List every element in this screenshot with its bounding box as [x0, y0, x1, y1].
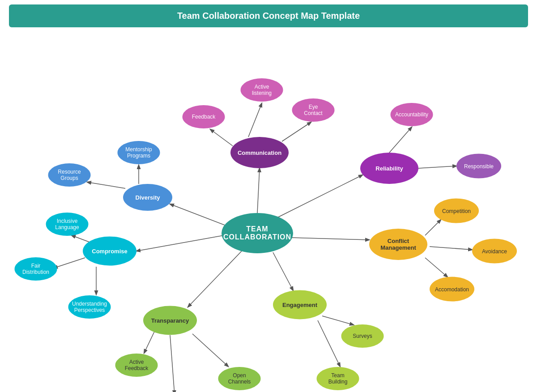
node-center: TEAM COLLABORATION [222, 213, 293, 253]
node-understanding: Understanding Perspectives [68, 295, 111, 319]
node-surveys: Surveys [341, 324, 384, 348]
node-transparency: Transparancy [143, 306, 197, 335]
svg-line-8 [210, 129, 233, 146]
node-competition: Competition [434, 199, 479, 223]
header: Team Collaboration Concept Map Template [9, 4, 528, 27]
svg-line-3 [136, 235, 224, 251]
svg-line-18 [430, 247, 472, 250]
node-active-feedback: Active Feedback [115, 354, 158, 377]
svg-line-15 [54, 258, 85, 268]
svg-line-10 [389, 127, 412, 153]
svg-line-0 [257, 168, 260, 213]
node-diversity: Diversity [123, 184, 172, 211]
node-team-building: Team Building [317, 367, 359, 390]
node-accommodation: Accomodation [430, 277, 474, 302]
svg-line-23 [322, 316, 354, 325]
node-engagement: Engagement [273, 290, 327, 320]
svg-line-2 [170, 204, 228, 226]
svg-line-11 [418, 166, 456, 168]
node-fair-distribution: Fair Distribution [15, 257, 57, 281]
svg-line-20 [144, 332, 154, 353]
node-mentorship: Mentorship Programs [118, 141, 160, 164]
svg-line-4 [291, 238, 369, 240]
node-eye-contact: Eye Contact [292, 98, 335, 122]
node-communication: Communication [230, 137, 289, 168]
node-responsible: Responsible [456, 154, 501, 179]
svg-line-17 [425, 220, 441, 235]
node-avoidance: Avoidance [472, 239, 517, 264]
svg-line-7 [248, 103, 262, 137]
svg-line-19 [425, 258, 448, 277]
svg-line-5 [188, 251, 242, 307]
node-feedback-comm: Feedback [183, 105, 225, 128]
node-compromise: Compromise [83, 237, 136, 266]
svg-line-14 [72, 235, 90, 242]
svg-line-21 [170, 335, 175, 392]
svg-line-6 [273, 252, 293, 290]
svg-line-24 [318, 320, 340, 366]
node-resource-groups: Resource Groups [48, 163, 91, 187]
node-active-listening: Active listening [241, 78, 283, 102]
node-accountability: Accountability [391, 103, 433, 126]
concept-map: TEAM COLLABORATION Communication Reliabi… [0, 32, 537, 392]
svg-line-13 [87, 182, 125, 188]
svg-line-9 [282, 122, 311, 141]
node-open-channels: Open Channels [218, 367, 261, 390]
svg-line-1 [277, 175, 362, 217]
node-conflict: Conflict Management [369, 229, 427, 260]
node-inclusive-language: Inclusive Language [46, 213, 89, 236]
svg-line-22 [192, 334, 228, 366]
header-title: Team Collaboration Concept Map Template [177, 11, 360, 21]
node-reliability: Reliability [360, 153, 418, 184]
